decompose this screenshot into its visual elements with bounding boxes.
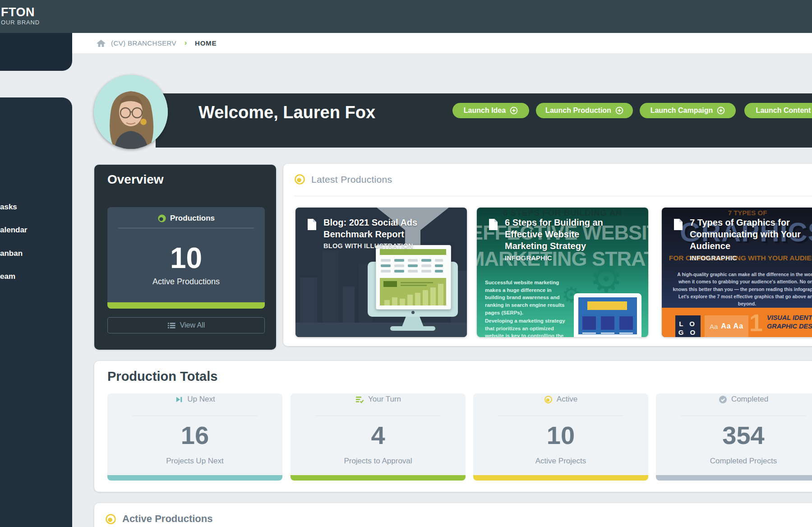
production-card-type: INFOGRAPHIC <box>505 254 552 262</box>
circle-plus-icon <box>717 106 725 115</box>
production-card-type: BLOG WITH ILLUSTRATION <box>323 242 413 250</box>
infographic-paragraph: A high-quality graphic can make all the … <box>671 271 812 307</box>
stat-value: 4 <box>291 421 466 450</box>
stat-label: Completed <box>731 395 768 404</box>
stat-caption: Projects to Approval <box>291 457 466 466</box>
checklist-icon <box>355 395 364 404</box>
view-all-label: View All <box>180 321 205 329</box>
type-samples: Aa Aa Aa <box>705 315 748 337</box>
infographic-paragraph: Successful website marketing makes a hug… <box>485 279 570 316</box>
launch-idea-label: Launch Idea <box>464 106 506 115</box>
launch-content-label: Launch Content <box>756 106 811 115</box>
production-totals-title: Production Totals <box>107 369 217 384</box>
circle-plus-icon <box>510 106 518 115</box>
productions-pie-icon <box>157 214 166 223</box>
sidebar-item-tasks[interactable]: asks <box>0 201 68 213</box>
sidebar-item-kanban[interactable]: anban <box>0 248 68 259</box>
stat-caption: Projects Up Next <box>107 457 282 466</box>
brand-logo: FTON OUR BRAND <box>1 6 40 26</box>
production-card-blog[interactable]: Blog: 2021 Social Ads Benchmark Report B… <box>295 208 467 337</box>
clock-icon <box>105 513 116 525</box>
breadcrumb-current: HOME <box>195 33 217 53</box>
stat-label: Active <box>557 395 577 404</box>
sidebar-nav: asks alendar anban eam <box>0 97 72 527</box>
breadcrumb: (CV) BRANCHSERV › HOME <box>72 33 812 53</box>
view-all-button[interactable]: View All <box>107 317 265 333</box>
stat-caption: Completed Projects <box>656 457 812 466</box>
stat-accent-bar <box>291 475 466 481</box>
sidebar-top-card <box>0 33 72 71</box>
active-productions-card: Active Productions <box>94 503 812 527</box>
stat-value: 10 <box>473 421 648 450</box>
stat-value: 354 <box>656 421 812 450</box>
dashboard-page: FTON OUR BRAND asks alendar anban eam (C… <box>0 0 812 527</box>
top-bar: FTON OUR BRAND <box>0 0 812 33</box>
latest-productions-header: Latest Productions <box>294 174 392 185</box>
clock-icon <box>544 395 553 404</box>
divider <box>315 416 441 416</box>
step-caption: VISUAL IDENTITY GRAPHIC DESIGN <box>767 314 812 331</box>
active-productions-caption: Active Productions <box>107 277 265 287</box>
launch-campaign-button[interactable]: Launch Campaign <box>640 103 736 118</box>
document-icon <box>307 218 317 231</box>
stat-value: 16 <box>107 421 282 450</box>
divider <box>498 416 623 416</box>
infographic-paragraph: Developing a marketing strategy that pri… <box>485 317 570 337</box>
stat-label: Your Turn <box>368 395 401 404</box>
launch-production-label: Launch Production <box>545 106 611 115</box>
laptop-illustration <box>574 293 641 337</box>
list-icon <box>167 321 176 330</box>
infographic-orange-band: L O G O Aa Aa Aa 1 VISUAL IDENTITY GRAPH… <box>662 308 812 337</box>
sidebar-item-team[interactable]: eam <box>0 271 68 282</box>
divider <box>681 416 806 416</box>
production-card-website-strategy[interactable]: 6 STEPS FOR BUILDING AN EFFECTIVE WEBSIT… <box>477 208 648 337</box>
home-icon[interactable] <box>96 38 106 49</box>
launch-production-button[interactable]: Launch Production <box>536 103 633 118</box>
active-productions-title: Active Productions <box>122 513 212 525</box>
breadcrumb-root[interactable]: (CV) BRANCHSERV <box>111 33 176 53</box>
sidebar-item-calendar[interactable]: alendar <box>0 224 68 236</box>
step-number: 1 <box>749 310 763 336</box>
divider <box>118 228 254 228</box>
launch-idea-button[interactable]: Launch Idea <box>452 103 529 118</box>
production-card-title: Blog: 2021 Social Ads Benchmark Report <box>323 217 437 240</box>
latest-productions-card: Latest Productions <box>283 164 812 346</box>
breadcrumb-separator-icon: › <box>185 33 187 53</box>
clock-icon <box>294 174 305 185</box>
production-card-type: INFOGRAPHIC <box>690 254 737 262</box>
brand-tagline: OUR BRAND <box>1 19 40 26</box>
bar-chart-illustration <box>380 278 446 305</box>
infographic-bg-headline: 7 TYPES OF <box>662 209 812 217</box>
overview-title: Overview <box>107 172 164 187</box>
productions-metric-label: Productions <box>170 214 215 223</box>
production-totals-card: Production Totals Up Next 16 Projects Up… <box>94 361 812 492</box>
stat-caption: Active Projects <box>473 457 648 466</box>
active-productions-count: 10 <box>107 241 265 275</box>
production-card-graphics-types[interactable]: 7 TYPES OF GRAPHICS FOR COMMUNICATING WI… <box>662 208 812 337</box>
productions-metric-card: Productions 10 Active Productions <box>107 207 265 309</box>
stat-label: Up Next <box>187 395 215 404</box>
divider <box>132 416 258 416</box>
overview-card: Overview Productions 10 Active Productio… <box>94 165 276 350</box>
stat-card-active: Active 10 Active Projects <box>473 393 648 481</box>
stat-accent-bar <box>656 475 812 481</box>
circle-plus-icon <box>615 106 623 115</box>
logo-block: L O G O <box>675 315 701 337</box>
stat-accent-bar <box>107 475 282 481</box>
latest-productions-title: Latest Productions <box>311 174 392 185</box>
production-card-title: 7 Types of Graphics for Communicating wi… <box>690 217 803 252</box>
stat-accent-bar <box>473 475 648 481</box>
stat-card-completed: Completed 354 Completed Projects <box>656 393 812 481</box>
avatar <box>94 75 168 149</box>
launch-content-button[interactable]: Launch Content <box>744 103 812 118</box>
welcome-title: Welcome, Lauren Fox <box>198 103 375 122</box>
document-icon <box>489 218 498 231</box>
launch-campaign-label: Launch Campaign <box>651 106 713 115</box>
production-card-title: 6 Steps for Building an Effective Websit… <box>505 217 618 252</box>
document-icon <box>674 218 683 231</box>
check-circle-icon <box>719 395 727 404</box>
brand-name: FTON <box>1 6 40 19</box>
gear-icon: ⚙ <box>590 261 623 298</box>
stat-card-your-turn: Your Turn 4 Projects to Approval <box>291 393 466 481</box>
metric-accent-bar <box>107 302 265 309</box>
